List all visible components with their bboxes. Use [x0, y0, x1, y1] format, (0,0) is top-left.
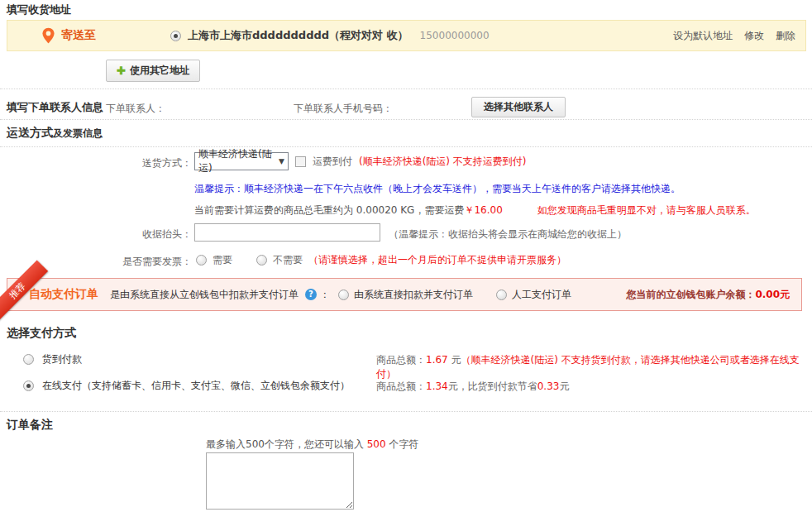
auto-pay-system-label: 由系统直接扣款并支付订单 [354, 288, 473, 302]
online-pay-radio[interactable] [23, 380, 34, 391]
cod-total-value: 1.67 [426, 354, 448, 366]
invoice-warning: （请谨慎选择，超出一个月后的订单不提供申请开票服务） [308, 253, 566, 267]
auto-pay-system-radio[interactable] [338, 289, 349, 300]
online-total-value: 1.34 [426, 380, 448, 392]
cod-label: 货到付款 [42, 352, 82, 366]
contact-name-label: 下单联系人： [106, 102, 165, 116]
contact-section-title: 填写下单联系人信息 [7, 100, 103, 115]
freight-collect-warning: (顺丰经济快递(陆运) 不支持运费到付) [359, 155, 527, 169]
wallet-balance-label: 您当前的立创钱包账户余额： [626, 289, 755, 300]
shipping-section-title: 运送方式 [7, 126, 53, 139]
weight-warning: 如您发现商品毛重明显不对，请与客服人员联系。 [537, 204, 756, 216]
choose-other-contact-label: 选择其他联系人 [484, 100, 553, 114]
checkout-page: 填写收货地址 寄送至 上海市上海市dddddddddd（程对对对 收） 1500… [0, 0, 812, 512]
auto-pay-manual-radio[interactable] [496, 289, 507, 300]
cod-total-label: 商品总额： [376, 354, 426, 366]
choose-other-contact-button[interactable]: 选择其他联系人 [471, 97, 566, 117]
location-pin-icon [42, 27, 55, 44]
auto-pay-banner: 推荐 自动支付订单 是由系统直接从立创钱包中扣款并支付订单 ? ： 由系统直接扣… [7, 278, 802, 311]
separator [0, 89, 812, 89]
auto-pay-title: 自动支付订单 [29, 287, 98, 302]
cod-total-unit: 元 [448, 354, 461, 366]
online-mid-text: 元，比货到付款节省 [448, 380, 537, 392]
invoice-no-radio[interactable] [256, 255, 267, 266]
wallet-balance-unit: 元 [780, 289, 790, 300]
auto-pay-manual-label: 人工支付订单 [512, 288, 571, 302]
auto-pay-description: 是由系统直接从立创钱包中扣款并支付订单 [110, 288, 299, 302]
address-radio[interactable] [170, 31, 181, 41]
payment-section-title: 选择支付方式 [7, 326, 76, 341]
shipping-tip: 温馨提示：顺丰经济快递一在下午六点收件（晚上才会发车送件），需要当天上午送件的客… [194, 182, 681, 196]
invoice-yes-radio[interactable] [196, 255, 207, 266]
online-total-label: 商品总额： [376, 380, 426, 392]
address-section-title: 填写收货地址 [7, 2, 71, 17]
online-unit: 元 [559, 380, 569, 392]
separator [0, 146, 812, 147]
wallet-balance-value: 0.00 [755, 289, 780, 300]
online-save-value: 0.33 [537, 380, 560, 392]
shipping-method-label: 送货方式： [83, 156, 192, 170]
use-other-address-label: 使用其它地址 [130, 64, 189, 78]
notes-section-title: 订单备注 [7, 418, 53, 433]
separator [0, 411, 812, 412]
address-phone: 15000000000 [420, 30, 490, 41]
freight-collect-checkbox[interactable] [295, 156, 306, 167]
order-notes-textarea[interactable] [206, 452, 354, 510]
help-icon[interactable]: ? [305, 289, 317, 300]
contact-phone-label: 下单联系人手机号码： [294, 102, 393, 116]
receipt-tip: （温馨提示：收据抬头将会显示在商城给您的收据上） [389, 227, 627, 242]
receipt-title-label: 收据抬头： [83, 227, 192, 242]
cod-radio[interactable] [23, 354, 34, 365]
notes-remaining-count: 500 [367, 438, 386, 450]
chevron-down-icon: ▼ [279, 157, 284, 165]
address-text: 上海市上海市dddddddddd（程对对对 收） [188, 28, 408, 43]
receipt-title-input[interactable] [194, 223, 380, 242]
delete-address-link[interactable]: 删除 [776, 29, 795, 43]
shipping-method-value: 顺丰经济快递(陆运) [198, 147, 279, 175]
shipping-method-select[interactable]: 顺丰经济快递(陆运) ▼ [194, 152, 289, 170]
auto-pay-colon: ： [320, 288, 330, 302]
invoice-label: 是否需要发票： [83, 255, 192, 269]
notes-hint-after: 个字符 [386, 438, 419, 450]
address-bar: 寄送至 上海市上海市dddddddddd（程对对对 收） 15000000000… [7, 20, 806, 51]
ship-to-label: 寄送至 [61, 28, 96, 43]
freight-amount: ￥16.00 [464, 204, 502, 216]
invoice-yes-label: 需要 [213, 253, 232, 267]
plus-icon: ✚ [117, 65, 126, 77]
weight-text: 当前需要计算运费的商品总毛重约为 0.00020 KG，需要运费 [194, 204, 464, 216]
invoice-no-label: 不需要 [273, 253, 303, 267]
freight-collect-label: 运费到付 [313, 155, 352, 169]
shipping-section-subtitle: 及发票信息 [53, 127, 103, 139]
edit-address-link[interactable]: 修改 [744, 29, 764, 43]
set-default-address-link[interactable]: 设为默认地址 [673, 29, 733, 43]
use-other-address-button[interactable]: ✚ 使用其它地址 [106, 60, 200, 82]
online-pay-label: 在线支付（支持储蓄卡、信用卡、支付宝、微信、立创钱包余额支付） [42, 379, 350, 393]
separator [0, 119, 812, 120]
notes-hint-before: 最多输入500个字符，您还可以输入 [206, 438, 367, 450]
